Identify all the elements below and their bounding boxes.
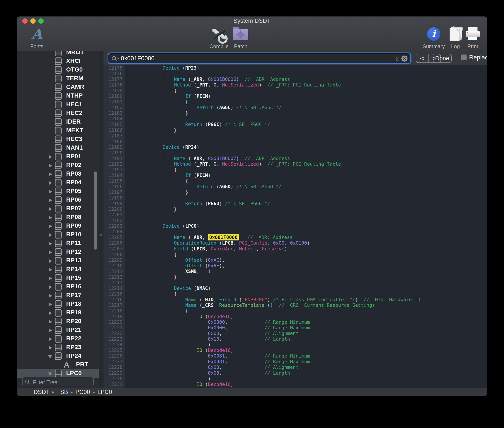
tree-item-rp20[interactable]: RP20 xyxy=(17,317,99,326)
chevron-right-icon[interactable] xyxy=(49,259,52,263)
tree-item-rp01[interactable]: RP01 xyxy=(17,152,99,161)
tree-item-rp17[interactable]: RP17 xyxy=(17,291,99,300)
tree-item-rp13[interactable]: RP13 xyxy=(17,256,99,265)
code-line: 12219 IO (Decode16, xyxy=(103,314,487,319)
chevron-right-icon[interactable] xyxy=(49,276,52,280)
print-button[interactable]: Print xyxy=(458,25,487,49)
sidebar-scrollbar[interactable] xyxy=(94,172,97,250)
line-number: 12227 xyxy=(103,359,123,364)
patch-label: Patch xyxy=(234,43,247,49)
device-icon xyxy=(55,188,62,195)
tree-item-nan1[interactable]: NAN1 xyxy=(17,144,99,152)
line-number: 12212 xyxy=(103,274,123,280)
tree-item-nthp[interactable]: NTHP xyxy=(17,91,99,100)
tree-item-rp06[interactable]: RP06 xyxy=(17,196,99,204)
chevron-right-icon[interactable] xyxy=(49,294,52,298)
tree-item-rp11[interactable]: RP11 xyxy=(17,239,99,248)
method-icon xyxy=(63,361,70,369)
patch-button[interactable]: Patch xyxy=(225,25,256,49)
chevron-right-icon[interactable] xyxy=(49,198,52,202)
tree-item-rp12[interactable]: RP12 xyxy=(17,248,99,256)
tree-item-hec2[interactable]: HEC2 xyxy=(17,109,99,117)
tree-item-rp21[interactable]: RP21 xyxy=(17,326,99,334)
chevron-right-icon[interactable] xyxy=(49,233,52,237)
search-input[interactable]: 0x001F0000 2 ✕ xyxy=(108,53,410,63)
chevron-right-icon[interactable] xyxy=(49,224,52,228)
chevron-right-icon[interactable] xyxy=(49,320,52,324)
source-code-view[interactable]: 12175 Device (RP23)12176 {12177 Name (_A… xyxy=(103,65,487,388)
tree-item-mekt[interactable]: MEKT xyxy=(17,126,99,135)
device-icon xyxy=(55,274,62,282)
line-number: 12228 xyxy=(103,364,123,370)
breadcrumb-item-lpc0[interactable]: LPC0 xyxy=(97,389,112,395)
tree-item-rp07[interactable]: RP07 xyxy=(17,204,99,213)
tree-item-rp24[interactable]: RP24 xyxy=(17,352,99,360)
pane-splitter[interactable] xyxy=(99,51,103,388)
tree-item-_prt[interactable]: _PRT xyxy=(17,360,99,369)
tree-item-rp03[interactable]: RP03 xyxy=(17,170,99,178)
breadcrumb-item-_sb[interactable]: _SB xyxy=(57,389,68,395)
tree-item-rp08[interactable]: RP08 xyxy=(17,213,99,222)
breadcrumb-item-pc00[interactable]: PC00 xyxy=(75,389,90,395)
tree-item-rp15[interactable]: RP15 xyxy=(17,274,99,282)
chevron-right-icon[interactable] xyxy=(49,242,52,246)
chevron-right-icon[interactable] xyxy=(49,337,52,341)
line-number: 12182 xyxy=(103,105,123,110)
chevron-down-icon[interactable] xyxy=(48,355,52,358)
chevron-right-icon[interactable] xyxy=(49,181,52,185)
tree-item-hec1[interactable]: HEC1 xyxy=(17,100,99,109)
previous-match-button[interactable]: < xyxy=(416,54,429,62)
chevron-right-icon[interactable] xyxy=(49,164,52,168)
chevron-right-icon[interactable] xyxy=(49,285,52,289)
chevron-right-icon[interactable] xyxy=(49,329,52,332)
tree-item-rp22[interactable]: RP22 xyxy=(17,334,99,343)
replace-checkbox[interactable] xyxy=(461,54,467,60)
tree-item-lpc0[interactable]: LPC0 xyxy=(17,369,99,378)
clear-search-button[interactable]: ✕ xyxy=(401,56,407,62)
device-icon xyxy=(55,109,62,117)
tree-item-hec3[interactable]: HEC3 xyxy=(17,135,99,144)
chevron-right-icon[interactable] xyxy=(49,346,52,350)
fonts-label: Fonts xyxy=(30,43,43,49)
tree-item-rp09[interactable]: RP09 xyxy=(17,222,99,230)
tree-item-xhci[interactable]: XHCI xyxy=(17,57,99,66)
tree-item-rp19[interactable]: RP19 xyxy=(17,308,99,317)
chevron-right-icon[interactable] xyxy=(49,303,52,306)
line-number: 12175 xyxy=(103,65,123,71)
fonts-button[interactable]: A Fonts xyxy=(22,25,52,49)
chevron-right-icon[interactable] xyxy=(49,172,52,176)
tree-item-label: RP03 xyxy=(66,170,81,177)
chevron-right-icon[interactable] xyxy=(49,311,52,315)
chevron-right-icon[interactable] xyxy=(49,207,52,211)
tree-item-camr[interactable]: CAMR xyxy=(17,83,99,91)
line-number: 12188 xyxy=(103,139,123,144)
tree-item-ider[interactable]: IDER xyxy=(17,117,99,126)
tree-item-rp14[interactable]: RP14 xyxy=(17,265,99,274)
chevron-right-icon[interactable] xyxy=(49,216,52,220)
tree-item-term[interactable]: TERM xyxy=(17,74,99,83)
search-menu-icon[interactable] xyxy=(111,56,119,62)
chevron-right-icon[interactable] xyxy=(49,268,52,272)
chevron-right-icon[interactable] xyxy=(49,155,52,159)
toolbar: System DSDT A Fonts Compile Patch i Summ… xyxy=(17,16,487,51)
code-line: 12185 Return (PG6C) /* \_SB_.PG6C */ xyxy=(103,122,487,127)
chevron-down-icon[interactable] xyxy=(48,372,52,376)
tree-item-otg0[interactable]: OTG0 xyxy=(17,66,99,74)
filter-tree-field[interactable]: Filter Tree xyxy=(22,377,94,386)
tree-item-rp10[interactable]: RP10 xyxy=(17,230,99,239)
chevron-right-icon[interactable] xyxy=(49,250,52,254)
chevron-right-icon[interactable] xyxy=(49,190,52,194)
code-line: 12192 Method (_PRT, 0, NotSerialized) //… xyxy=(103,161,487,167)
tree-item-rp16[interactable]: RP16 xyxy=(17,282,99,291)
done-button[interactable]: Done xyxy=(433,54,452,63)
tree-item-mro1[interactable]: MRO1 xyxy=(17,51,99,57)
device-icon xyxy=(55,318,62,325)
tree-item-rp05[interactable]: RP05 xyxy=(17,187,99,196)
tree-item-rp02[interactable]: RP02 xyxy=(17,161,99,170)
tree-item-rp18[interactable]: RP18 xyxy=(17,300,99,308)
breadcrumb-item-dsdt[interactable]: DSDT xyxy=(34,389,50,395)
device-icon xyxy=(55,179,62,187)
line-number: 12203 xyxy=(103,223,123,229)
tree-item-rp23[interactable]: RP23 xyxy=(17,343,99,352)
tree-item-rp04[interactable]: RP04 xyxy=(17,178,99,187)
